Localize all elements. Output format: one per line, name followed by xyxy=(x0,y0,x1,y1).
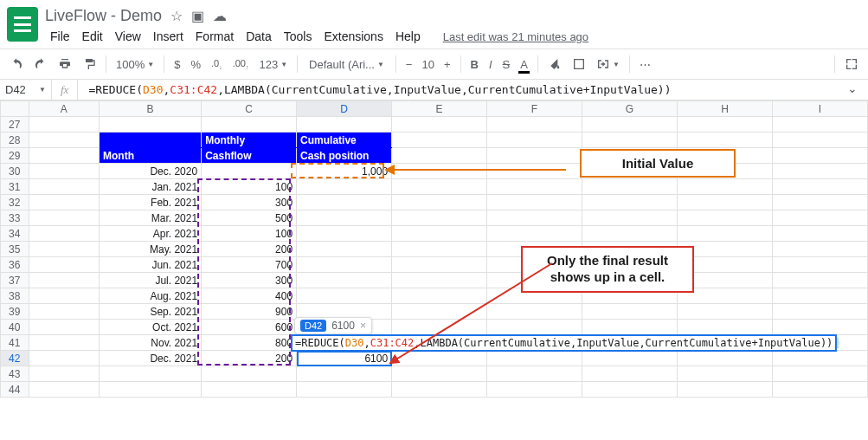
cell-E31[interactable] xyxy=(392,179,487,195)
cell-C43[interactable] xyxy=(202,366,297,382)
cell-D41[interactable] xyxy=(297,335,392,351)
cell-F38[interactable] xyxy=(487,288,582,304)
cell-A29[interactable] xyxy=(29,148,99,164)
zoom-select[interactable]: 100%▼ xyxy=(112,55,158,74)
cell-H40[interactable] xyxy=(677,320,772,335)
cell-C27[interactable] xyxy=(202,117,297,133)
cell-I35[interactable] xyxy=(772,242,867,257)
cell-G35[interactable] xyxy=(582,242,678,257)
col-H[interactable]: H xyxy=(677,101,772,117)
cell-E32[interactable] xyxy=(392,195,487,210)
cell-C36[interactable]: 700 xyxy=(202,257,297,273)
cell-I30[interactable] xyxy=(772,164,867,179)
cell-F44[interactable] xyxy=(487,382,582,398)
cell-C39[interactable]: 900 xyxy=(202,304,297,320)
cell-A28[interactable] xyxy=(29,133,99,148)
cell-I33[interactable] xyxy=(772,210,867,226)
cell-I43[interactable] xyxy=(772,366,867,382)
row-header[interactable]: 31 xyxy=(1,179,29,195)
italic-button[interactable]: I xyxy=(485,55,497,74)
cell-H36[interactable] xyxy=(677,257,772,273)
menu-view[interactable]: View xyxy=(110,28,146,45)
cell-D38[interactable] xyxy=(297,288,392,304)
cell-B27[interactable] xyxy=(100,117,202,133)
cell-E41[interactable] xyxy=(392,335,487,351)
cell-H33[interactable] xyxy=(677,210,772,226)
cell-E34[interactable] xyxy=(392,226,487,242)
cell-G43[interactable] xyxy=(582,366,678,382)
cell-D42[interactable]: 6100 xyxy=(297,351,392,366)
cell-G39[interactable] xyxy=(582,304,678,320)
cell-F34[interactable] xyxy=(487,226,582,242)
strike-button[interactable]: S xyxy=(498,55,515,74)
percent-button[interactable]: % xyxy=(186,55,205,74)
cell-H41[interactable] xyxy=(677,335,772,351)
cell-E42[interactable] xyxy=(392,351,487,366)
cell-D29[interactable]: Cash position xyxy=(297,148,392,164)
cell-C42[interactable]: 200 xyxy=(202,351,297,366)
cell-B34[interactable]: Apr. 2021 xyxy=(100,226,202,242)
cell-B39[interactable]: Sep. 2021 xyxy=(100,304,202,320)
cell-F32[interactable] xyxy=(487,195,582,210)
redo-button[interactable] xyxy=(29,54,52,74)
col-I[interactable]: I xyxy=(772,101,867,117)
cell-E36[interactable] xyxy=(392,257,487,273)
cell-F31[interactable] xyxy=(487,179,582,195)
cell-A30[interactable] xyxy=(29,164,99,179)
move-icon[interactable]: ▣ xyxy=(191,8,204,24)
text-color-button[interactable]: A xyxy=(516,55,532,74)
bold-button[interactable]: B xyxy=(466,55,483,74)
font-size-increase[interactable]: + xyxy=(440,55,455,74)
cell-G30[interactable] xyxy=(582,164,678,179)
cell-A41[interactable] xyxy=(29,335,99,351)
cell-I37[interactable] xyxy=(772,273,867,288)
cell-F29[interactable] xyxy=(487,148,582,164)
cell-I31[interactable] xyxy=(772,179,867,195)
row-header[interactable]: 28 xyxy=(1,133,29,148)
cell-G31[interactable] xyxy=(582,179,678,195)
cell-E35[interactable] xyxy=(392,242,487,257)
cell-I34[interactable] xyxy=(772,226,867,242)
row-header[interactable]: 37 xyxy=(1,273,29,288)
row-header[interactable]: 32 xyxy=(1,195,29,210)
cell-F42[interactable] xyxy=(487,351,582,366)
row-header[interactable]: 30 xyxy=(1,164,29,179)
cell-A32[interactable] xyxy=(29,195,99,210)
print-button[interactable] xyxy=(54,54,76,74)
cell-D30[interactable]: 1,000 xyxy=(297,164,392,179)
cell-I41[interactable] xyxy=(772,335,867,351)
cell-E28[interactable] xyxy=(392,133,487,148)
cell-F36[interactable] xyxy=(487,257,582,273)
spreadsheet-grid[interactable]: ⌄ A B C D E F G H I 2728MonthlyCumulativ… xyxy=(0,100,868,398)
cell-I29[interactable] xyxy=(772,148,867,164)
cell-A27[interactable] xyxy=(29,117,99,133)
expand-formula-bar-icon[interactable]: ⌄ xyxy=(847,81,858,95)
cell-C40[interactable]: 600 xyxy=(202,320,297,335)
cell-A44[interactable] xyxy=(29,382,99,398)
cell-H29[interactable] xyxy=(677,148,772,164)
cell-F40[interactable] xyxy=(487,320,582,335)
menu-tools[interactable]: Tools xyxy=(279,28,318,45)
cell-B30[interactable]: Dec. 2020 xyxy=(100,164,202,179)
cell-G42[interactable] xyxy=(582,351,678,366)
cell-G28[interactable] xyxy=(582,133,678,148)
cell-C33[interactable]: 500 xyxy=(202,210,297,226)
cell-B41[interactable]: Nov. 2021 xyxy=(100,335,202,351)
cell-B29[interactable]: Month xyxy=(100,148,202,164)
cell-H27[interactable] xyxy=(677,117,772,133)
cell-G32[interactable] xyxy=(582,195,678,210)
cell-B36[interactable]: Jun. 2021 xyxy=(100,257,202,273)
menu-extensions[interactable]: Extensions xyxy=(318,28,388,45)
menu-help[interactable]: Help xyxy=(390,28,426,45)
cell-H37[interactable] xyxy=(677,273,772,288)
menu-edit[interactable]: Edit xyxy=(77,28,108,45)
paint-format-button[interactable] xyxy=(78,54,100,74)
cell-I36[interactable] xyxy=(772,257,867,273)
row-header[interactable]: 35 xyxy=(1,242,29,257)
merge-button[interactable]: ▼ xyxy=(592,54,624,74)
cell-E39[interactable] xyxy=(392,304,487,320)
cell-E29[interactable] xyxy=(392,148,487,164)
cell-A37[interactable] xyxy=(29,273,99,288)
cell-D33[interactable] xyxy=(297,210,392,226)
decrease-decimal-button[interactable]: .0↓ xyxy=(207,55,227,74)
